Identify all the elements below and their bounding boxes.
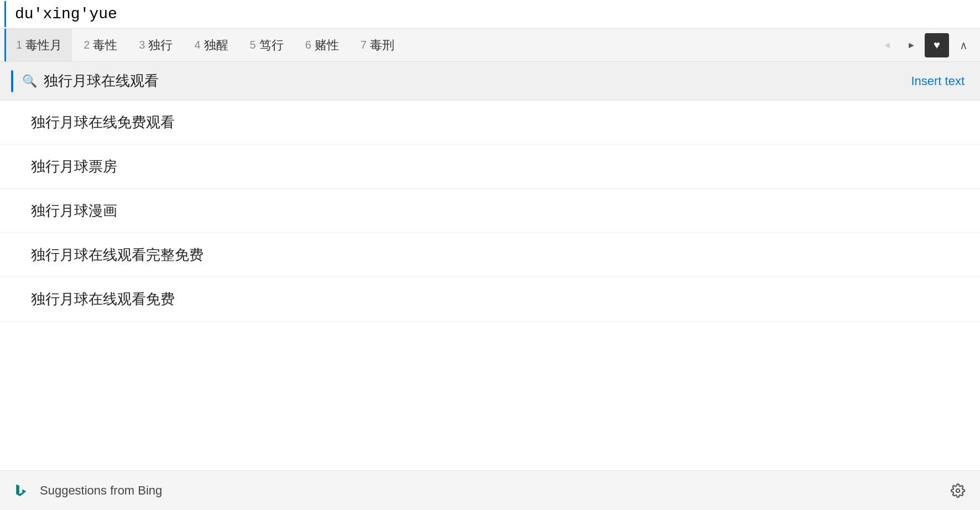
suggestion-item[interactable]: 独行月球漫画 [0, 189, 980, 233]
insert-text-button[interactable]: Insert text [906, 72, 969, 91]
prev-icon: ◄ [883, 40, 892, 50]
svg-point-0 [956, 488, 960, 492]
candidate-text-4: 独醒 [204, 37, 228, 54]
candidate-text-1: 毒性月 [25, 37, 62, 54]
search-query-text: 独行月球在线观看 [44, 71, 906, 91]
ime-input-text[interactable]: du'xing'yue [4, 1, 126, 27]
suggestions-list: 独行月球在线免费观看独行月球票房独行月球漫画独行月球在线观看完整免费独行月球在线… [0, 101, 980, 510]
suggestion-item[interactable]: 独行月球在线观看完整免费 [0, 233, 980, 277]
main-content: 1毒性月2毒性3独行4独醒5笃行6赌性7毒刑 ◄ ► ♥ ∧ 🔍 独行月球在线观… [0, 29, 980, 510]
candidate-number-4: 4 [194, 39, 200, 51]
candidate-number-7: 7 [361, 39, 367, 51]
candidate-item-5[interactable]: 5笃行 [238, 29, 294, 61]
search-bar-accent [11, 70, 13, 92]
favorites-button[interactable]: ♥ [925, 33, 949, 57]
candidate-text-2: 毒性 [93, 37, 117, 54]
next-page-button[interactable]: ► [900, 34, 922, 56]
candidates-bar: 1毒性月2毒性3独行4独醒5笃行6赌性7毒刑 ◄ ► ♥ ∧ [0, 29, 980, 62]
search-bar: 🔍 独行月球在线观看 Insert text [0, 62, 980, 101]
candidate-number-1: 1 [16, 39, 22, 51]
candidate-number-3: 3 [139, 39, 145, 51]
candidate-item-7[interactable]: 7毒刑 [349, 29, 404, 61]
collapse-button[interactable]: ∧ [951, 33, 976, 57]
suggestion-item[interactable]: 独行月球在线免费观看 [0, 101, 980, 145]
candidate-text-3: 独行 [148, 37, 173, 54]
candidate-item-6[interactable]: 6赌性 [294, 29, 349, 61]
prev-page-button[interactable]: ◄ [876, 34, 898, 56]
candidate-text-7: 毒刑 [370, 37, 394, 54]
candidates-nav: ◄ ► ♥ ∧ [876, 33, 976, 57]
candidate-item-1[interactable]: 1毒性月 [4, 29, 72, 61]
candidate-item-2[interactable]: 2毒性 [72, 29, 127, 61]
collapse-icon: ∧ [960, 39, 968, 52]
candidate-item-3[interactable]: 3独行 [127, 29, 183, 61]
bing-logo [11, 481, 31, 501]
settings-button[interactable] [947, 480, 969, 502]
heart-icon: ♥ [934, 39, 940, 51]
suggestions-from-bing-label: Suggestions from Bing [40, 483, 162, 498]
next-icon: ► [907, 40, 916, 50]
bottom-bar: Suggestions from Bing [0, 470, 980, 510]
ime-bar: du'xing'yue [0, 0, 980, 29]
candidate-number-2: 2 [84, 39, 90, 51]
candidate-text-5: 笃行 [259, 37, 284, 54]
suggestion-item[interactable]: 独行月球票房 [0, 145, 980, 189]
candidate-number-6: 6 [305, 39, 311, 51]
search-icon: 🔍 [22, 74, 37, 88]
suggestion-item[interactable]: 独行月球在线观看免费 [0, 277, 980, 322]
candidate-number-5: 5 [250, 39, 256, 51]
candidate-text-6: 赌性 [315, 37, 339, 54]
candidate-item-4[interactable]: 4独醒 [183, 29, 238, 61]
